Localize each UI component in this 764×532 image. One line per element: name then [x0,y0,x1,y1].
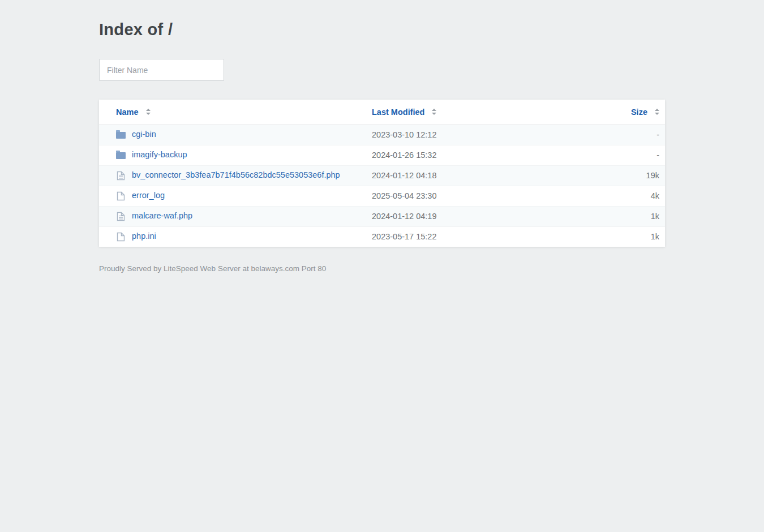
file-text-icon [116,171,126,181]
table-row: php.ini 2023-05-17 15:22 1k [99,226,665,247]
table-row: imagify-backup 2024-01-26 15:32 - [99,145,665,165]
column-header-label: Last Modified [372,108,424,117]
last-modified-value: 2023-05-17 15:22 [371,226,575,247]
folder-icon [116,151,126,160]
server-signature: Proudly Served by LiteSpeed Web Server a… [99,264,665,273]
file-link[interactable]: imagify-backup [132,150,187,159]
file-text-icon [116,212,126,221]
file-icon [116,232,126,242]
file-link[interactable]: malcare-waf.php [132,211,192,220]
table-row: cgi-bin 2023-03-10 12:12 - [99,125,665,145]
last-modified-value: 2024-01-26 15:32 [371,145,575,165]
column-header-size[interactable]: Size [575,100,665,125]
filter-name-input[interactable] [99,59,224,81]
sort-arrows-icon [432,109,436,115]
file-link[interactable]: cgi-bin [132,130,156,139]
column-header-last-modified[interactable]: Last Modified [371,100,575,125]
file-link[interactable]: error_log [132,191,165,200]
table-header-row: Name Last Modified Size [99,100,665,125]
last-modified-value: 2023-03-10 12:12 [371,125,575,145]
sort-arrows-icon [146,109,151,115]
folder-icon [116,130,126,140]
size-value: 4k [575,186,665,206]
last-modified-value: 2024-01-12 04:19 [371,206,575,226]
column-header-label: Name [116,108,139,117]
table-row: error_log 2025-05-04 23:30 4k [99,186,665,206]
table-row: bv_connector_3b3fea7b71f4b56c82bdc55e530… [99,165,665,186]
column-header-label: Size [631,108,647,117]
last-modified-value: 2025-05-04 23:30 [371,186,575,206]
last-modified-value: 2024-01-12 04:18 [371,165,575,186]
size-value: 1k [575,206,665,226]
file-link[interactable]: bv_connector_3b3fea7b71f4b56c82bdc55e530… [132,170,340,179]
file-icon [116,191,126,201]
size-value: 19k [575,165,665,186]
size-value: - [575,125,665,145]
column-header-name[interactable]: Name [99,100,371,125]
directory-listing-page: Index of / Name Last Modified S [99,0,665,273]
sort-arrows-icon [655,109,659,115]
size-value: - [575,145,665,165]
size-value: 1k [575,226,665,247]
page-title: Index of / [99,20,665,38]
file-listing-table: Name Last Modified Size cgi-bin 202 [99,100,665,247]
table-row: malcare-waf.php 2024-01-12 04:19 1k [99,206,665,226]
file-link[interactable]: php.ini [132,231,156,241]
